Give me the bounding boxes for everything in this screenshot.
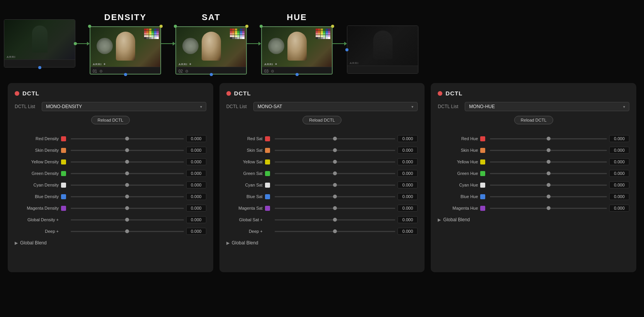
sat-dot-tr[interactable] (245, 25, 248, 28)
slider-thumb-density-7[interactable] (125, 218, 129, 222)
slider-thumb-hue-0[interactable] (547, 137, 551, 141)
slider-thumb-density-8[interactable] (125, 229, 129, 233)
density-dot-tr[interactable] (160, 25, 163, 28)
slider-track-hue-1[interactable] (490, 150, 607, 151)
slider-thumb-sat-2[interactable] (333, 160, 337, 164)
param-value-sat-4[interactable]: 0.000 (398, 181, 418, 188)
slider-thumb-density-6[interactable] (125, 206, 129, 210)
slider-track-sat-8[interactable] (275, 231, 396, 232)
slider-track-sat-5[interactable] (275, 196, 396, 197)
dctl-dropdown-hue[interactable]: MONO-HUE ▾ (465, 102, 629, 111)
slider-track-sat-6[interactable] (275, 208, 396, 209)
slider-thumb-density-2[interactable] (125, 160, 129, 164)
slider-thumb-density-4[interactable] (125, 183, 129, 187)
slider-track-density-7[interactable] (71, 219, 184, 220)
param-value-hue-3[interactable]: 0.000 (609, 170, 629, 177)
sat-dot-tl[interactable] (174, 25, 177, 28)
slider-thumb-density-1[interactable] (125, 148, 129, 152)
param-value-sat-8[interactable]: 0.000 (398, 228, 418, 235)
param-value-density-4[interactable]: 0.000 (186, 181, 206, 188)
slider-track-hue-5[interactable] (490, 196, 607, 197)
slider-thumb-hue-1[interactable] (547, 148, 551, 152)
slider-track-density-8[interactable] (71, 231, 184, 232)
param-value-sat-6[interactable]: 0.000 (398, 205, 418, 212)
param-value-density-6[interactable]: 0.000 (186, 205, 206, 212)
slider-thumb-hue-5[interactable] (547, 195, 551, 198)
node-output-dot[interactable] (74, 42, 77, 45)
param-value-density-3[interactable]: 0.000 (186, 170, 206, 177)
node-bottom-dot[interactable] (38, 66, 41, 69)
slider-track-density-5[interactable] (71, 196, 184, 197)
node-last[interactable]: ARRI (347, 25, 418, 74)
param-value-sat-7[interactable]: 0.000 (398, 216, 418, 223)
slider-thumb-hue-6[interactable] (547, 206, 551, 210)
param-value-sat-5[interactable]: 0.000 (398, 193, 418, 200)
hue-dot-tl[interactable] (260, 25, 263, 28)
hue-dot-tr[interactable] (331, 25, 334, 28)
slider-track-sat-4[interactable] (275, 185, 396, 186)
param-value-sat-0[interactable]: 0.000 (398, 135, 418, 142)
slider-track-density-2[interactable] (71, 161, 184, 163)
slider-track-sat-0[interactable] (275, 138, 396, 139)
slider-track-sat-3[interactable] (275, 173, 396, 174)
slider-track-hue-3[interactable] (490, 173, 607, 174)
slider-track-sat-2[interactable] (275, 161, 396, 163)
slider-thumb-hue-3[interactable] (547, 171, 551, 175)
slider-thumb-sat-0[interactable] (333, 137, 337, 141)
global-blend-sat[interactable]: ▶ Global Blend (226, 240, 418, 246)
node-hue[interactable]: HUE ARRI ✦ 03 ⚙ (261, 12, 333, 75)
global-blend-hue[interactable]: ▶ Global Blend (438, 217, 629, 222)
global-blend-density[interactable]: ▶ Global Blend (15, 240, 206, 246)
param-value-hue-4[interactable]: 0.000 (609, 181, 629, 188)
slider-thumb-sat-8[interactable] (333, 229, 337, 233)
slider-track-hue-4[interactable] (490, 185, 607, 186)
slider-thumb-sat-5[interactable] (333, 195, 337, 198)
slider-thumb-sat-3[interactable] (333, 171, 337, 175)
slider-thumb-sat-4[interactable] (333, 183, 337, 187)
param-value-sat-1[interactable]: 0.000 (398, 147, 418, 154)
param-value-density-5[interactable]: 0.000 (186, 193, 206, 200)
node-first[interactable]: ARRI (4, 19, 75, 68)
slider-track-density-6[interactable] (71, 208, 184, 209)
param-value-sat-2[interactable]: 0.000 (398, 158, 418, 165)
slider-track-density-0[interactable] (71, 138, 184, 139)
density-dot-bottom[interactable] (124, 73, 127, 76)
param-value-hue-0[interactable]: 0.000 (609, 135, 629, 142)
param-value-density-2[interactable]: 0.000 (186, 158, 206, 165)
param-value-density-0[interactable]: 0.000 (186, 135, 206, 142)
slider-thumb-hue-2[interactable] (547, 160, 551, 164)
slider-track-sat-1[interactable] (275, 150, 396, 151)
param-value-sat-3[interactable]: 0.000 (398, 170, 418, 177)
slider-track-hue-0[interactable] (490, 138, 607, 139)
reload-btn-hue[interactable]: Reload DCTL (514, 116, 553, 124)
slider-thumb-sat-6[interactable] (333, 206, 337, 210)
slider-track-density-4[interactable] (71, 185, 184, 186)
density-dot-tl[interactable] (88, 25, 91, 28)
param-value-density-7[interactable]: 0.000 (186, 216, 206, 223)
param-value-hue-2[interactable]: 0.000 (609, 158, 629, 165)
param-value-hue-5[interactable]: 0.000 (609, 193, 629, 200)
slider-thumb-sat-7[interactable] (333, 218, 337, 222)
slider-thumb-density-5[interactable] (125, 195, 129, 198)
hue-dot-bottom[interactable] (296, 73, 299, 76)
slider-track-hue-6[interactable] (490, 208, 607, 209)
slider-track-sat-7[interactable] (275, 219, 396, 220)
slider-thumb-sat-1[interactable] (333, 148, 337, 152)
reload-btn-density[interactable]: Reload DCTL (91, 116, 130, 124)
sat-dot-bottom[interactable] (210, 73, 213, 76)
node-density[interactable]: DENSITY ARRI ✦ 01 ⚙ (90, 12, 161, 75)
slider-track-density-1[interactable] (71, 150, 184, 151)
dctl-dropdown-sat[interactable]: MONO-SAT ▾ (253, 102, 418, 111)
node-sat[interactable]: SAT ARRI ✦ 02 ⚙ (175, 12, 247, 75)
reload-btn-sat[interactable]: Reload DCTL (302, 116, 342, 124)
slider-track-density-3[interactable] (71, 173, 184, 174)
last-node-input-dot[interactable] (345, 48, 348, 51)
dctl-dropdown-density[interactable]: MONO-DENSITY ▾ (42, 102, 206, 111)
param-value-density-8[interactable]: 0.000 (186, 228, 206, 235)
slider-thumb-density-3[interactable] (125, 171, 129, 175)
param-value-density-1[interactable]: 0.000 (186, 147, 206, 154)
param-value-hue-1[interactable]: 0.000 (609, 147, 629, 154)
param-value-hue-6[interactable]: 0.000 (609, 205, 629, 212)
slider-track-hue-2[interactable] (490, 161, 607, 163)
slider-thumb-hue-4[interactable] (547, 183, 551, 187)
